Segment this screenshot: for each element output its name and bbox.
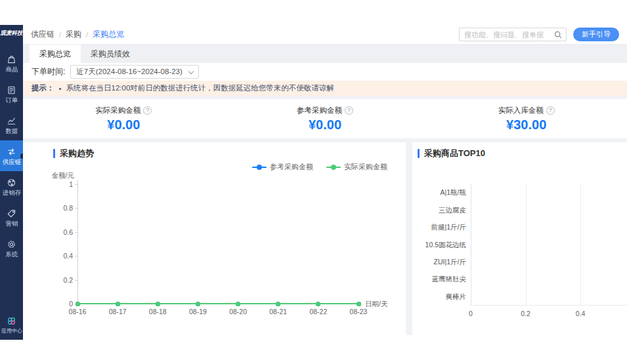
metric-value: ¥0.00 xyxy=(107,117,140,132)
date-range-select[interactable]: 近7天(2024-08-16~2024-08-23) xyxy=(70,65,198,79)
legend-dot xyxy=(257,165,262,170)
metric-label: 参考采购金额? xyxy=(297,106,353,115)
y-tick-label: 0.8 xyxy=(41,204,73,212)
sidebar-item-marketing[interactable]: 营销 xyxy=(0,202,23,233)
grid-line xyxy=(580,184,581,305)
series-point xyxy=(76,302,80,306)
panel-title: 采购商品TOP10 xyxy=(418,148,485,159)
category-label: 三边腐皮 xyxy=(414,206,466,215)
breadcrumb-item[interactable]: 采购 xyxy=(66,29,81,40)
y-tick-label: 0.4 xyxy=(41,252,73,260)
topbar: 供应链/采购/采购总览 新手引导 xyxy=(23,25,627,45)
sidebar-item-app-center[interactable]: 应用中心 xyxy=(1,316,23,334)
sidebar-item-data[interactable]: 数据 xyxy=(0,110,23,140)
tab-1[interactable]: 采购员绩效 xyxy=(81,45,140,63)
sidebar-item-orders[interactable]: 订单 xyxy=(0,79,23,110)
brand-logo: 观麦科技 xyxy=(1,30,23,37)
help-icon[interactable]: ? xyxy=(345,106,353,115)
sidebar-item-inventory[interactable]: 进销存 xyxy=(0,171,23,202)
sidebar-item-label: 进销存 xyxy=(2,190,20,195)
panel-title: 采购趋势 xyxy=(53,148,94,159)
order-time-label: 下单时间: xyxy=(32,66,65,77)
sidebar-item-supply-chain[interactable]: 供应链 xyxy=(0,140,23,171)
top10-products-panel: 采购商品TOP10 00.20.4A|1瓶/瓶三边腐皮前腿|1斤/斤10.5圆花… xyxy=(412,142,627,335)
notice-prefix: 提示： xyxy=(32,83,54,93)
sidebar-menu: 商品订单数据供应链进销存营销系统 xyxy=(0,48,23,264)
title-accent-bar xyxy=(418,149,420,158)
breadcrumb-separator: / xyxy=(86,31,88,39)
metrics-row: 实际采购金额?¥0.00参考采购金额?¥0.00实际入库金额?¥30.00 xyxy=(23,99,627,138)
series-point xyxy=(156,302,160,306)
sidebar-item-label: 应用中心 xyxy=(1,328,22,333)
category-label: 10.5圆花边纸 xyxy=(414,241,466,250)
marketing-icon xyxy=(7,209,16,218)
grid-line xyxy=(471,184,471,305)
x-tick-label: 08-19 xyxy=(183,308,212,315)
x-tick-label: 08-16 xyxy=(63,308,92,315)
category-label: ZUI|1斤/斤 xyxy=(414,258,466,267)
help-icon[interactable]: ? xyxy=(143,106,152,115)
metric-label-text: 实际采购金额 xyxy=(95,106,141,115)
breadcrumb-separator: / xyxy=(59,31,61,39)
chevron-down-icon xyxy=(188,69,194,74)
x-tick-label: 08-18 xyxy=(143,308,172,315)
x-axis-title: 日期/天 xyxy=(365,300,387,309)
metric-card: 实际入库金额?¥30.00 xyxy=(425,99,627,138)
category-label: A|1瓶/瓶 xyxy=(414,188,466,197)
goods-icon xyxy=(7,54,16,64)
sidebar-item-goods[interactable]: 商品 xyxy=(0,48,23,79)
x-tick-label: 0 xyxy=(461,310,481,317)
series-point xyxy=(357,302,361,306)
sidebar-item-label: 营销 xyxy=(5,220,18,226)
tab-bar: 采购总览采购员绩效 xyxy=(23,45,627,63)
sidebar-item-label: 系统 xyxy=(5,251,18,257)
sidebar: 观麦科技 商品订单数据供应链进销存营销系统 应用中心 xyxy=(0,25,23,340)
legend-mark xyxy=(326,167,341,168)
system-icon xyxy=(7,239,16,249)
legend-item[interactable]: 参考采购金额 xyxy=(252,162,313,172)
date-range-value: 近7天(2024-08-16~2024-08-23) xyxy=(76,67,182,77)
help-icon[interactable]: ? xyxy=(546,106,555,115)
chart-legend: 参考采购金额实际采购金额 xyxy=(252,162,387,172)
breadcrumb-item[interactable]: 采购总览 xyxy=(93,29,124,40)
metric-label-text: 参考采购金额 xyxy=(297,106,342,115)
y-axis-line xyxy=(77,180,78,304)
y-tick-label: 0.2 xyxy=(41,276,73,284)
panel-title-text: 采购趋势 xyxy=(60,148,94,159)
legend-item[interactable]: 实际采购金额 xyxy=(326,162,387,172)
tab-0[interactable]: 采购总览 xyxy=(30,45,81,63)
data-icon xyxy=(7,116,16,126)
sidebar-item-system[interactable]: 系统 xyxy=(0,233,23,264)
inventory-icon xyxy=(7,178,16,188)
notice-bar: 提示： • 系统将在当日12:00对前日的数据进行统计，因数据延迟给您带来的不便… xyxy=(23,81,627,96)
metric-value: ¥0.00 xyxy=(309,117,341,132)
sidebar-item-label: 订单 xyxy=(5,97,18,103)
main-area: 供应链/采购/采购总览 新手引导 采购总览采购员绩效 下单时间: 近7天(202… xyxy=(23,25,627,335)
breadcrumb-item[interactable]: 供应链 xyxy=(31,29,54,40)
series-point xyxy=(276,302,280,306)
legend-mark xyxy=(252,167,267,168)
y-tick-label: 0 xyxy=(41,300,73,308)
sidebar-item-label: 数据 xyxy=(5,128,18,134)
search-input[interactable] xyxy=(460,31,550,39)
filter-row: 下单时间: 近7天(2024-08-16~2024-08-23) xyxy=(23,63,627,81)
x-tick-label: 08-17 xyxy=(103,308,132,315)
series-point xyxy=(316,302,320,306)
y-tick-label: 0.6 xyxy=(41,228,73,236)
category-label: 蓝鹰猪肚尖 xyxy=(414,275,466,284)
sidebar-item-label: 供应链 xyxy=(2,159,20,165)
metric-card: 参考采购金额?¥0.00 xyxy=(225,99,426,138)
grid-line xyxy=(526,184,527,305)
x-tick-label: 0.4 xyxy=(571,310,590,317)
y-axis-title: 金额/元 xyxy=(43,171,74,180)
panels-row: 采购趋势 参考采购金额实际采购金额 金额/元00.20.40.60.8108-1… xyxy=(23,142,627,335)
app-center-icon xyxy=(7,316,16,326)
search-icon[interactable] xyxy=(553,30,563,39)
legend-label: 参考采购金额 xyxy=(270,162,313,172)
notice-bullet: • xyxy=(59,85,62,92)
newbie-guide-button[interactable]: 新手引导 xyxy=(573,28,619,41)
top10-chart: 00.20.4A|1瓶/瓶三边腐皮前腿|1斤/斤10.5圆花边纸ZUI|1斤/斤… xyxy=(412,142,627,335)
sidebar-item-label: 商品 xyxy=(5,66,18,72)
panel-title-text: 采购商品TOP10 xyxy=(424,148,485,159)
series-point xyxy=(196,302,200,306)
